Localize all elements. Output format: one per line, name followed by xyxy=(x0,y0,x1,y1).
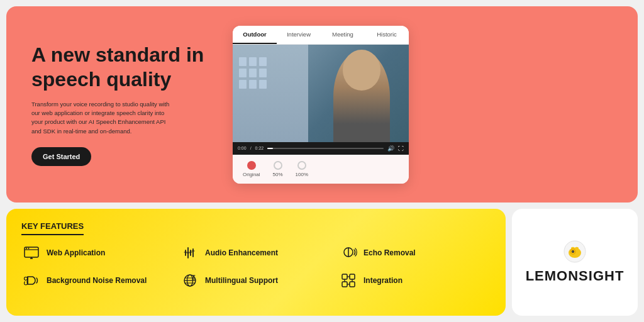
svg-point-2 xyxy=(26,248,27,249)
features-title: KEY FEATURES xyxy=(21,221,84,235)
audio-option-100[interactable]: 100% xyxy=(296,161,308,177)
brand-name: LEMONSIGHT xyxy=(526,268,625,284)
audio-option-50[interactable]: 50% xyxy=(273,161,283,177)
lemonsight-logo-icon xyxy=(564,240,586,263)
multilingual-label: Multilingual Support xyxy=(205,276,278,285)
audio-label-50: 50% xyxy=(273,172,283,177)
svg-rect-24 xyxy=(350,282,355,287)
echo-removal-icon xyxy=(338,243,358,263)
audio-dot-50 xyxy=(274,161,282,170)
tab-interview[interactable]: Interview xyxy=(277,26,321,44)
video-tabs: Outdoor Interview Meeting Historic xyxy=(233,26,409,45)
video-card: Outdoor Interview Meeting Historic xyxy=(233,26,409,184)
fullscreen-icon[interactable]: ⛶ xyxy=(398,145,404,152)
tab-meeting[interactable]: Meeting xyxy=(321,26,365,44)
brand-logo xyxy=(564,240,586,263)
web-application-label: Web Application xyxy=(47,248,105,257)
echo-removal-label: Echo Removal xyxy=(364,248,416,257)
integration-label: Integration xyxy=(364,276,402,285)
window xyxy=(239,57,247,66)
tab-outdoor[interactable]: Outdoor xyxy=(233,26,277,44)
main-wrapper: A new standard in speech quality Transfo… xyxy=(0,0,644,322)
window xyxy=(259,80,267,89)
features-card: KEY FEATURES Web Application xyxy=(6,209,506,316)
audio-enhancement-label: Audio Enhancement xyxy=(205,248,278,257)
audio-dot-original xyxy=(247,161,256,170)
video-time-separator: / xyxy=(250,146,252,150)
svg-rect-23 xyxy=(342,282,347,287)
svg-rect-22 xyxy=(350,274,355,279)
audio-label-100: 100% xyxy=(296,172,308,177)
feature-item-echo-removal: Echo Removal xyxy=(338,243,491,263)
feature-item-integration: Integration xyxy=(338,270,491,291)
audio-enhancement-icon xyxy=(180,243,200,263)
audio-option-original[interactable]: Original xyxy=(243,161,260,177)
hero-section: A new standard in speech quality Transfo… xyxy=(6,6,638,203)
integration-icon xyxy=(338,270,358,291)
audio-label-original: Original xyxy=(243,172,260,177)
background-noise-icon xyxy=(21,270,42,291)
video-time-total: 0:22 xyxy=(255,146,264,150)
progress-fill xyxy=(267,148,273,149)
window xyxy=(249,57,257,66)
video-progress-bar[interactable]: 0:00 / 0:22 🔊 ⛶ xyxy=(233,142,409,155)
feature-item-background-noise: Background Noise Removal xyxy=(21,270,174,291)
video-frame xyxy=(233,45,409,142)
brand-card: LEMONSIGHT xyxy=(512,209,638,316)
hero-title: A new standard in speech quality xyxy=(31,43,208,91)
feature-item-multilingual: Multilingual Support xyxy=(180,270,332,291)
window xyxy=(239,80,247,89)
background-noise-label: Background Noise Removal xyxy=(47,276,147,285)
window xyxy=(259,69,267,77)
window xyxy=(239,69,247,77)
feature-item-web-application: Web Application xyxy=(21,243,174,263)
audio-controls: Original 50% 100% xyxy=(233,155,409,184)
audio-dot-100 xyxy=(297,161,306,170)
hero-description: Transform your voice recording to studio… xyxy=(31,100,170,136)
volume-icon[interactable]: 🔊 xyxy=(387,145,394,152)
features-grid: Web Application xyxy=(21,243,491,291)
web-application-icon xyxy=(21,243,42,263)
get-started-button[interactable]: Get Started xyxy=(31,147,91,166)
svg-point-3 xyxy=(28,248,30,249)
svg-rect-21 xyxy=(342,274,347,279)
building-background xyxy=(233,45,308,142)
feature-item-audio-enhancement: Audio Enhancement xyxy=(180,243,332,263)
window xyxy=(259,57,267,66)
window xyxy=(249,80,257,89)
video-time-current: 0:00 xyxy=(238,146,247,150)
progress-track[interactable] xyxy=(267,148,384,149)
multilingual-icon xyxy=(180,270,200,291)
window xyxy=(249,69,257,77)
hero-text: A new standard in speech quality Transfo… xyxy=(31,43,208,166)
building-windows xyxy=(239,57,267,89)
bottom-section: KEY FEATURES Web Application xyxy=(6,209,638,316)
svg-point-33 xyxy=(572,251,574,252)
tab-historic[interactable]: Historic xyxy=(365,26,409,44)
svg-point-15 xyxy=(25,277,28,280)
